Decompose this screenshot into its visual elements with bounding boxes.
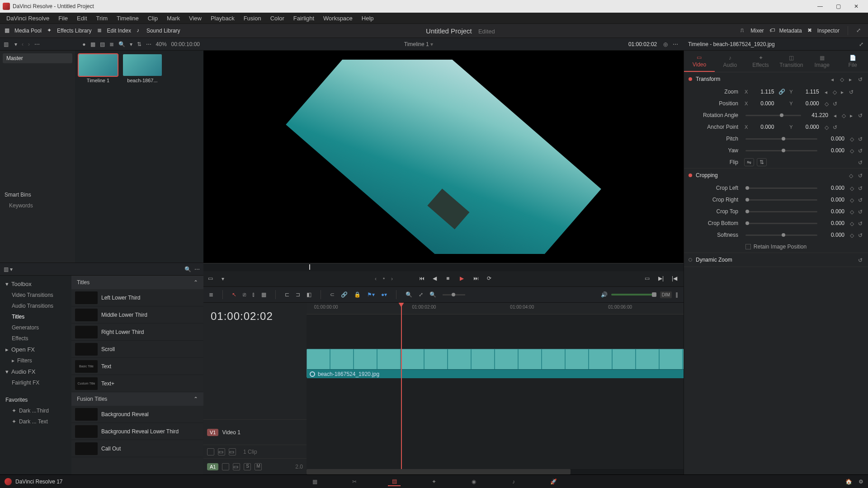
menu-fusion[interactable]: Fusion — [240, 14, 265, 23]
reset-icon[interactable]: ↺ — [833, 101, 838, 106]
keyframe-icon[interactable]: ◇ — [850, 232, 855, 238]
expand-icon[interactable]: ⤢ — [859, 41, 863, 47]
inspector-tab-video[interactable]: ▭Video — [684, 51, 715, 72]
solo-button[interactable]: S — [244, 463, 251, 470]
edit-index-toggle[interactable]: ≣Edit Index — [97, 27, 131, 34]
minimize-button[interactable]: — — [811, 2, 829, 11]
openfx-node[interactable]: ▸Open FX — [0, 344, 71, 355]
timeline-ruler[interactable]: 01:00:00:00 01:00:02:00 01:00:04:00 01:0… — [307, 303, 684, 314]
flag-icon[interactable]: ⚑▾ — [367, 291, 375, 298]
search-timeline-icon[interactable]: 🔍 — [406, 291, 412, 298]
master-bin[interactable]: Master — [3, 53, 72, 63]
timeline-scrollbar[interactable] — [307, 469, 684, 474]
retain-checkbox[interactable] — [745, 244, 751, 249]
audio-transitions[interactable]: Audio Transitions — [0, 300, 71, 311]
video-transitions[interactable]: Video Transitions — [0, 290, 71, 300]
keyframe-icon[interactable]: ◇ — [825, 101, 830, 106]
menu-edit[interactable]: Edit — [73, 14, 90, 23]
link-icon[interactable]: 🔗 — [778, 89, 785, 95]
titles-node[interactable]: Titles — [0, 311, 71, 322]
next-edit-icon[interactable]: › — [391, 276, 393, 282]
menu-view[interactable]: View — [185, 14, 205, 23]
crop-bottom-value[interactable]: 0.000 — [820, 219, 846, 227]
title-item[interactable]: Middle Lower Third — [71, 306, 203, 324]
volume-slider[interactable] — [611, 294, 656, 296]
prev-keyframe-icon[interactable]: ◂ — [831, 76, 836, 82]
keyframe-icon[interactable]: ◇ — [850, 221, 855, 226]
zoom-slider-icon[interactable]: 🔍 — [429, 291, 436, 298]
v1-tag[interactable]: V1 — [207, 429, 218, 436]
menu-playback[interactable]: Playback — [207, 14, 238, 23]
keyframe-icon[interactable]: ◇ — [849, 173, 854, 178]
reset-icon[interactable]: ↺ — [858, 209, 863, 214]
marker-icon[interactable]: ●▾ — [381, 291, 387, 298]
viewer-zoom[interactable]: 40% — [156, 41, 167, 47]
media-page[interactable]: ▦ — [308, 477, 321, 486]
keyframe-icon[interactable]: ◇ — [850, 209, 855, 214]
reset-icon[interactable]: ↺ — [858, 185, 863, 191]
marker-dot-icon[interactable]: • — [383, 276, 385, 282]
chevron-down-icon[interactable]: ▾ — [14, 41, 17, 47]
maximize-button[interactable]: ▢ — [829, 2, 847, 11]
title-item[interactable]: Basic TitleText — [71, 358, 203, 375]
snap-icon[interactable]: ⊂ — [330, 291, 335, 298]
mute-icon[interactable]: 🔊 — [601, 291, 608, 298]
sound-library-toggle[interactable]: ♪Sound Library — [137, 27, 180, 34]
keyframe-icon[interactable]: ◇ — [833, 89, 838, 94]
zoom-y-value[interactable]: 1.115 — [795, 88, 821, 96]
menu-timeline[interactable]: Timeline — [113, 14, 142, 23]
reset-icon[interactable]: ↺ — [858, 136, 863, 141]
fusion-title-item[interactable]: Call Out — [71, 440, 203, 457]
cut-page[interactable]: ✂ — [348, 477, 361, 486]
pitch-slider[interactable] — [745, 138, 817, 140]
replace-icon[interactable]: ◧ — [307, 291, 311, 298]
menu-file[interactable]: File — [55, 14, 71, 23]
more-icon[interactable]: ⋯ — [673, 41, 678, 47]
audio-track-header[interactable]: A1 ▭ S M 2.0 — [203, 458, 307, 474]
fairlightfx-node[interactable]: Fairlight FX — [0, 377, 71, 388]
bin-view-icon[interactable]: ▥ — [4, 41, 10, 47]
menu-color[interactable]: Color — [267, 14, 288, 23]
chevron-down-icon[interactable]: ▾ — [222, 276, 224, 282]
effects-node[interactable]: Effects — [0, 333, 71, 344]
crop-bottom-slider[interactable] — [745, 223, 817, 224]
rotation-value[interactable]: 41.220 — [804, 111, 830, 119]
anchor-y-value[interactable]: 0.000 — [795, 123, 821, 131]
transform-section[interactable]: Transform ◂ ◇ ▸ ↺ — [684, 72, 868, 86]
reset-icon[interactable]: ↺ — [858, 160, 863, 165]
next-keyframe-icon[interactable]: ▸ — [850, 113, 855, 118]
reset-icon[interactable]: ↺ — [858, 173, 863, 178]
softness-value[interactable]: 0.000 — [820, 231, 846, 239]
video-track-header[interactable]: V1 Video 1 — [203, 419, 307, 445]
chevron-down-icon[interactable]: ▾ — [130, 41, 132, 47]
title-item[interactable]: Custom TitleText+ — [71, 375, 203, 392]
close-button[interactable]: ✕ — [847, 2, 865, 11]
menu-help[interactable]: Help — [358, 14, 377, 23]
reset-icon[interactable]: ↺ — [858, 113, 863, 118]
titles-category[interactable]: Titles⌃ — [71, 276, 203, 289]
yaw-slider[interactable] — [745, 150, 817, 151]
a1-tag[interactable]: A1 — [207, 463, 218, 470]
inspector-tab-audio[interactable]: ♪Audio — [715, 51, 745, 72]
reset-icon[interactable]: ↺ — [858, 232, 863, 238]
stop-icon[interactable]: ■ — [446, 275, 453, 282]
inspector-tab-image[interactable]: ▦Image — [807, 51, 837, 72]
keyframe-icon[interactable]: ◇ — [840, 76, 845, 82]
mixer-toggle[interactable]: ⎍Mixer — [741, 27, 764, 34]
menu-fairlight[interactable]: Fairlight — [290, 14, 318, 23]
link-icon[interactable]: 🔗 — [341, 291, 348, 298]
title-item[interactable]: Scroll — [71, 341, 203, 358]
prev-keyframe-icon[interactable]: ◂ — [825, 89, 830, 94]
keyframe-icon[interactable]: ◇ — [842, 113, 847, 118]
auto-select-icon[interactable]: ▭ — [233, 463, 240, 470]
media-pool-toggle[interactable]: ▦Media Pool — [5, 27, 42, 34]
bypass-icon[interactable]: ◎ — [663, 41, 668, 47]
effects-library-toggle[interactable]: ✦Effects Library — [47, 27, 91, 34]
sort-icon[interactable]: ⇅ — [137, 41, 142, 47]
toolbox-node[interactable]: ▾Toolbox — [0, 278, 71, 290]
keyframe-icon[interactable]: ◇ — [850, 136, 855, 141]
inspector-tab-effects[interactable]: ✦Effects — [745, 51, 776, 72]
metadata-toggle[interactable]: 🏷Metadata — [769, 27, 802, 34]
timeline-clip[interactable]: beach-1867524_1920.jpg 〰 ◆ — [307, 349, 684, 378]
edit-page[interactable]: ▤ — [388, 477, 401, 486]
